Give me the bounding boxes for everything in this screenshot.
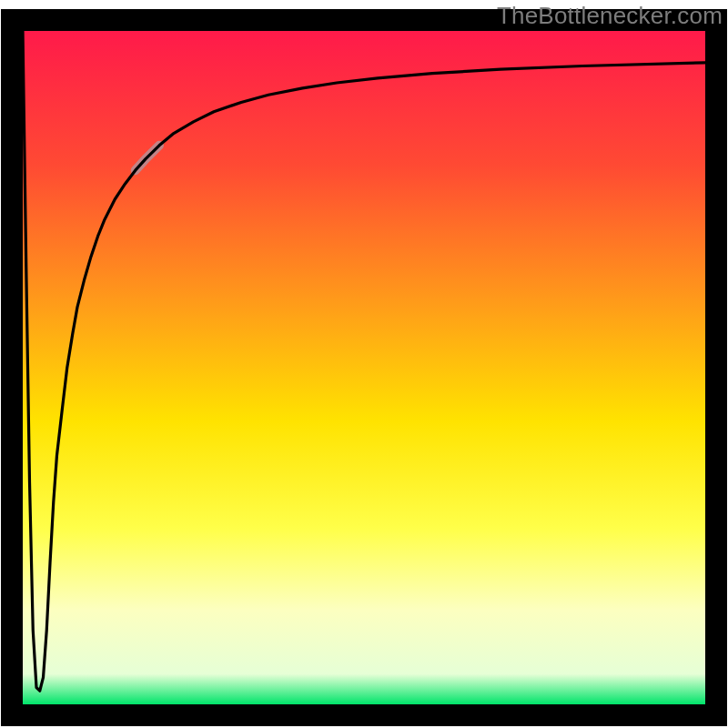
bottleneck-chart (0, 0, 728, 728)
watermark-text: TheBottlenecker.com (497, 2, 723, 30)
chart-stage: TheBottlenecker.com (0, 0, 728, 728)
plot-background (23, 31, 705, 704)
